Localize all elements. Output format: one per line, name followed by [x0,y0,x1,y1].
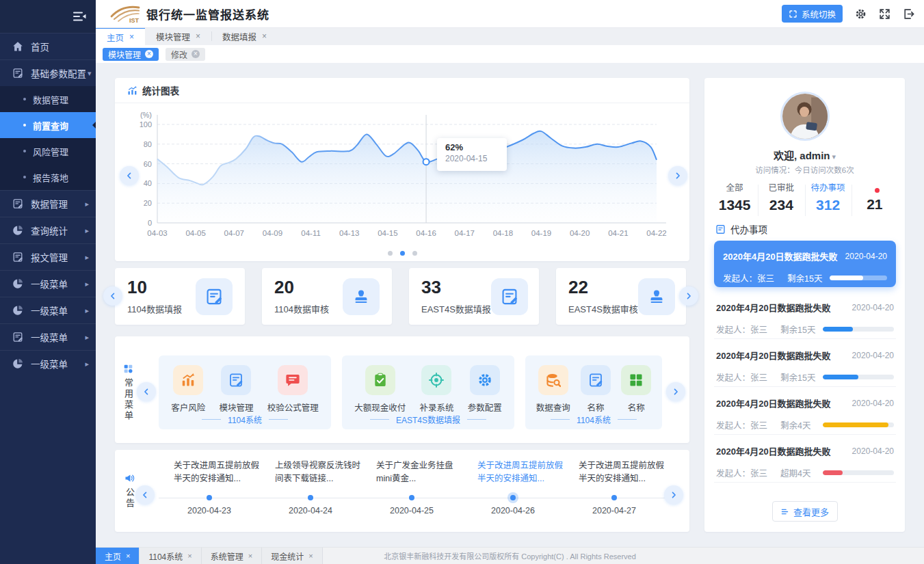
sidebar-item-label: 查询统计 [31,224,83,237]
announcement-item[interactable]: 关于改进周五提前放假半天的安排通知...2020-04-27 [564,450,665,532]
avatar[interactable] [780,92,830,141]
announcement-item[interactable]: 关于广发金业务挂盘mini黄金...2020-04-25 [361,450,462,532]
sidebar-item-报文管理[interactable]: 报文管理▸ [0,243,96,270]
menu-item-补录系统[interactable]: 补录系统 [419,365,453,414]
user-stat-已审批[interactable]: 已审批234 [758,180,804,219]
user-stat-value: 21 [852,196,898,213]
todo-date: 2020-04-20 [852,399,894,408]
bottom-tab-主页[interactable]: 主页× [96,548,140,564]
todo-item[interactable]: 2020年4月20日数据跑批失败2020-04-20发起人：张三剩余15天 [714,339,896,387]
todo-item[interactable]: 2020年4月20日数据跑批失败2020-04-20发起人：张三剩余15天 [714,291,896,339]
welcome-text: 欢迎, admin ▾ [704,148,905,162]
common-menu-next-button[interactable] [666,382,685,401]
stat-value: 22 [568,278,638,297]
tab-close-icon[interactable]: × [126,552,130,560]
tab-close-icon[interactable]: × [196,31,200,41]
dbsearch-icon [546,373,561,388]
tab-数据填报[interactable]: 数据填报× [211,27,278,45]
chevron-left-icon [141,491,149,499]
menu-item-校验公式管理[interactable]: 校验公式管理 [267,365,319,414]
caret-down-icon[interactable]: ▾ [830,152,836,161]
todo-item[interactable]: 2020年4月20日数据跑批失败2020-04-20发起人：张三剩余15天 [714,241,896,287]
caret-right-icon: ▸ [85,253,89,262]
tab-模块管理[interactable]: 模块管理× [145,27,211,45]
sidebar-subitem-报告落地[interactable]: 报告落地 [0,164,96,190]
stat-card-1104数据审核[interactable]: 201104数据审核 [262,268,392,325]
menu-item-大额现金收付[interactable]: 大额现金收付 [354,365,406,414]
stats-prev-button[interactable] [103,286,122,306]
pie-icon [12,358,23,369]
sidebar-subitem-label: 报告落地 [33,171,68,184]
menu-item-模块管理[interactable]: 模块管理 [219,365,253,414]
pagination-dot[interactable] [412,251,417,256]
user-stat-全部[interactable]: 全部1345 [711,180,758,219]
chevron-right-icon [674,172,682,180]
user-stat-消息[interactable]: 21 [852,180,898,219]
svg-text:04-21: 04-21 [608,229,628,237]
menu-item-数据查询[interactable]: 数据查询 [536,365,570,414]
menu-item-名称[interactable]: 名称 [621,365,651,414]
stats-next-button[interactable] [679,286,698,306]
collapse-menu-icon[interactable] [72,11,86,22]
todo-progress-track [823,375,894,379]
todo-progress-fill [823,375,858,379]
chart-prev-button[interactable] [120,166,139,185]
stat-texts: 33EAST4S数据填报 [421,278,491,315]
tab-close-icon[interactable]: × [248,552,252,560]
tag-修改[interactable]: 修改× [166,48,205,61]
sidebar-item-一级菜单[interactable]: 一级菜单▸ [0,350,96,377]
announcement-item[interactable]: 关于改进周五提前放假半天的安排通知...2020-04-26 [462,450,564,532]
announcement-item[interactable]: 上级领导视察反洗钱时间表下载链接...2020-04-24 [260,450,361,532]
common-menu-prev-button[interactable] [137,382,156,401]
bottom-tab-label: 主页 [105,550,121,562]
tag-模块管理[interactable]: 模块管理× [103,48,159,61]
tab-主页[interactable]: 主页× [96,27,145,45]
sidebar-item-一级菜单[interactable]: 一级菜单▸ [0,270,96,297]
sidebar-subitem-前置查询[interactable]: 前置查询 [0,112,96,138]
sidebar-item-首页[interactable]: 首页 [0,33,96,59]
sidebar-item-查询统计[interactable]: 查询统计▸ [0,217,96,243]
menu-item-参数配置[interactable]: 参数配置 [468,365,502,414]
sidebar-item-数据管理[interactable]: 数据管理▸ [0,190,96,217]
tag-close-icon[interactable]: × [145,50,153,58]
announcement-item[interactable]: 关于改进周五提前放假半天的安排通知...2020-04-23 [159,450,260,532]
tab-close-icon[interactable]: × [308,552,313,560]
tab-close-icon[interactable]: × [129,32,134,42]
bottom-tab-现金统计[interactable]: 现金统计× [262,548,322,564]
sidebar-item-基础参数配置[interactable]: 基础参数配置▾ [0,59,96,86]
sidebar-subitem-风险管理[interactable]: 风险管理 [0,138,96,164]
stat-card-EAST4S数据审核[interactable]: 22EAST4S数据审核 [556,268,686,325]
todo-item[interactable]: 2020年4月20日数据跑批失败2020-04-20发起人：张三超期4天 [714,435,896,483]
sidebar-item-一级菜单[interactable]: 一级菜单▸ [0,297,96,323]
svg-text:(%): (%) [140,111,152,119]
tab-close-icon[interactable]: × [187,552,192,560]
bottom-tab-系统管理[interactable]: 系统管理× [202,548,262,564]
sidebar-subitem-数据管理[interactable]: 数据管理 [0,86,96,112]
logout-icon[interactable] [903,8,914,20]
stat-card-1104数据填报[interactable]: 101104数据填报 [115,268,245,325]
fullscreen-icon[interactable] [879,8,890,20]
menu-item-label: 大额现金收付 [354,401,406,414]
line-chart: 020406080100(%)04-0304-0504-0704-0904-11… [124,108,677,248]
pagination-dot[interactable] [400,251,405,256]
todo-item[interactable]: 2020年4月20日数据跑批失败2020-04-20发起人：张三剩余4天 [714,387,896,435]
settings-gear-icon[interactable] [855,8,867,20]
sidebar-item-label: 报文管理 [31,250,83,264]
announcement-prev-button[interactable] [135,485,155,505]
tab-close-icon[interactable]: × [262,31,267,41]
tag-close-icon[interactable]: × [192,50,200,58]
chevron-left-icon [125,172,133,180]
menu-group-EAST4S数据填报: 大额现金收付补录系统参数配置EAST4S数据填报 [342,355,514,429]
menu-item-客户风险[interactable]: 客户风险 [171,365,205,414]
user-stat-待办事项[interactable]: 待办事项312 [805,180,852,219]
pagination-dot[interactable] [388,251,393,256]
system-switch-button[interactable]: 系统切换 [782,5,843,23]
stat-card-EAST4S数据填报[interactable]: 33EAST4S数据填报 [409,268,539,325]
menu-item-名称[interactable]: 名称 [581,365,611,414]
view-more-button[interactable]: 查看更多 [772,501,838,522]
chart-next-button[interactable] [668,166,687,185]
stat-value: 20 [274,278,329,297]
bottom-tab-1104系统[interactable]: 1104系统× [140,548,201,564]
announcement-next-button[interactable] [664,485,683,505]
sidebar-item-一级菜单[interactable]: 一级菜单▸ [0,323,96,350]
